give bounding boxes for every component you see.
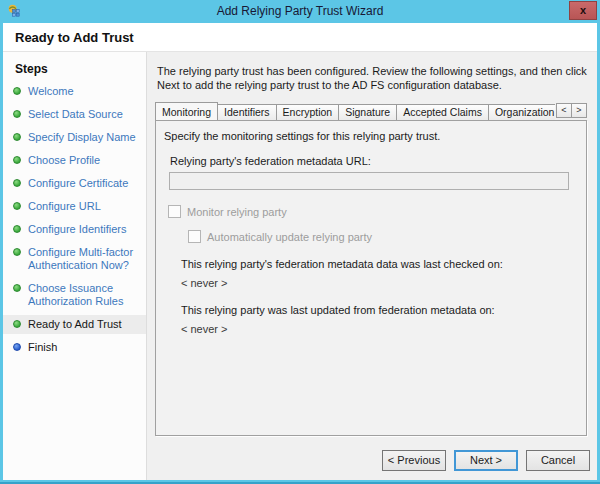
monitor-relying-party-row: Monitor relying party [168,205,586,218]
wizard-footer: < Previous Next > Cancel [382,450,590,471]
last-checked-label: This relying party's federation metadata… [181,258,586,270]
close-button[interactable]: x [569,1,597,20]
step-done-bullet-icon [13,225,21,233]
tab-strip: Monitoring Identifiers Encryption Signat… [155,101,587,120]
tab-scroll-left-icon[interactable]: < [556,103,572,118]
last-updated-label: This relying party was last updated from… [181,304,586,316]
sidebar-item-configure-certificate[interactable]: Configure Certificate [3,174,146,193]
title-bar[interactable]: Add Relying Party Trust Wizard x [0,0,600,23]
monitor-relying-party-label: Monitor relying party [187,206,287,218]
page-title: Ready to Add Trust [3,23,597,45]
main-content: The relying party trust has been configu… [147,52,597,480]
tab-clip-region: Monitoring Identifiers Encryption Signat… [155,101,555,120]
intro-text: The relying party trust has been configu… [157,64,587,92]
close-icon: x [580,4,586,16]
sidebar-item-finish[interactable]: Finish [3,338,146,357]
monitoring-tab-panel: Specify the monitoring settings for this… [155,120,587,436]
step-done-bullet-icon [13,110,21,118]
last-checked-value: < never > [181,277,586,289]
wizard-body: Steps Welcome Select Data Source Specify… [3,52,597,480]
metadata-url-label: Relying party's federation metadata URL: [170,155,586,167]
auto-update-label: Automatically update relying party [207,231,372,243]
tab-signature[interactable]: Signature [338,104,397,120]
step-upcoming-bullet-icon [13,343,21,351]
step-done-bullet-icon [13,87,21,95]
page-header: Ready to Add Trust [3,23,597,52]
tab-monitoring[interactable]: Monitoring [155,102,218,120]
trust-settings-tabs: Monitoring Identifiers Encryption Signat… [155,101,587,436]
sidebar-item-configure-identifiers[interactable]: Configure Identifiers [3,220,146,239]
tab-accepted-claims[interactable]: Accepted Claims [396,104,489,120]
step-done-bullet-icon [13,284,21,292]
step-current-bullet-icon [13,320,21,328]
sidebar-item-ready-to-add-trust[interactable]: Ready to Add Trust [3,315,146,334]
sidebar-item-configure-mfa[interactable]: Configure Multi-factor Authentication No… [3,243,146,275]
sidebar-item-select-data-source[interactable]: Select Data Source [3,105,146,124]
step-done-bullet-icon [13,133,21,141]
tab-identifiers[interactable]: Identifiers [217,104,277,120]
metadata-url-input[interactable] [169,172,569,190]
cancel-button[interactable]: Cancel [526,450,590,471]
step-done-bullet-icon [13,248,21,256]
panel-instruction: Specify the monitoring settings for this… [164,130,578,142]
tab-scroll-right-icon[interactable]: > [571,103,587,118]
next-button[interactable]: Next > [454,450,518,471]
tab-organization[interactable]: Organization [488,104,555,120]
auto-update-row: Automatically update relying party [188,230,586,243]
tab-scroll-controls: < > [557,103,587,118]
monitor-relying-party-checkbox[interactable] [168,205,181,218]
last-updated-value: < never > [181,323,586,335]
previous-button[interactable]: < Previous [382,450,446,471]
step-done-bullet-icon [13,179,21,187]
steps-sidebar: Steps Welcome Select Data Source Specify… [3,52,147,480]
steps-heading: Steps [3,60,146,82]
sidebar-item-welcome[interactable]: Welcome [3,82,146,101]
wizard-window: Add Relying Party Trust Wizard x Ready t… [0,0,600,484]
sidebar-item-specify-display-name[interactable]: Specify Display Name [3,128,146,147]
auto-update-checkbox[interactable] [188,230,201,243]
step-done-bullet-icon [13,202,21,210]
window-title: Add Relying Party Trust Wizard [0,0,600,22]
sidebar-item-configure-url[interactable]: Configure URL [3,197,146,216]
sidebar-item-choose-profile[interactable]: Choose Profile [3,151,146,170]
tab-encryption[interactable]: Encryption [276,104,340,120]
sidebar-item-choose-issuance-rules[interactable]: Choose Issuance Authorization Rules [3,279,146,311]
step-done-bullet-icon [13,156,21,164]
